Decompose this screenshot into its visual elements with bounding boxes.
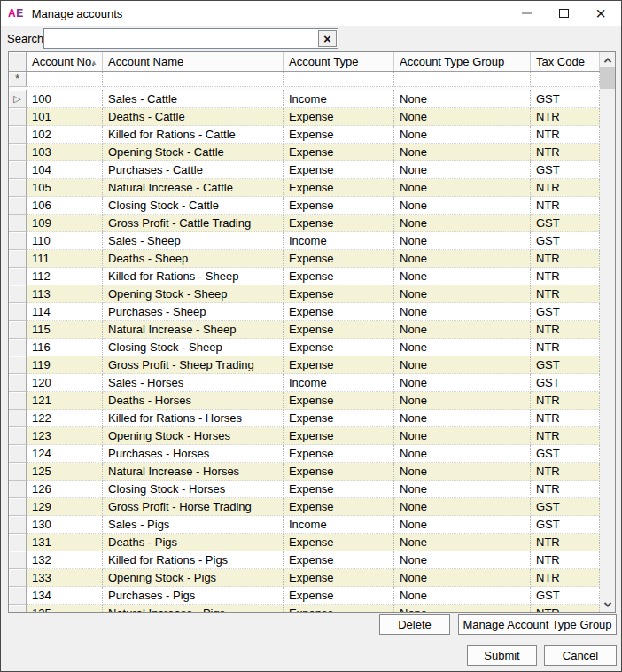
cell-no[interactable]: 111: [27, 250, 103, 268]
cell-group[interactable]: None: [394, 339, 531, 356]
cell-type[interactable]: Expense: [284, 463, 394, 481]
table-row[interactable]: 110Sales - SheepIncomeNoneGST: [9, 232, 600, 250]
cell-tax[interactable]: GST: [531, 356, 600, 374]
cell-tax[interactable]: GST: [531, 516, 600, 534]
cell-name[interactable]: Purchases - Pigs: [103, 587, 284, 605]
cell-name[interactable]: Closing Stock - Horses: [103, 481, 284, 498]
row-selector[interactable]: [9, 215, 27, 232]
cell-group[interactable]: None: [394, 534, 531, 551]
new-row[interactable]: *: [9, 72, 600, 87]
row-selector[interactable]: [9, 410, 27, 427]
cell-group[interactable]: None: [394, 569, 531, 587]
cell-type[interactable]: Expense: [284, 427, 394, 445]
cell-tax[interactable]: GST: [531, 232, 600, 250]
cell-no[interactable]: 112: [27, 268, 103, 285]
table-row[interactable]: 112Killed for Rations - SheepExpenseNone…: [9, 268, 600, 285]
table-row[interactable]: 101Deaths - CattleExpenseNoneNTR: [9, 108, 600, 126]
cell-no[interactable]: 134: [27, 587, 103, 605]
cell-no[interactable]: 125: [27, 463, 103, 481]
table-row[interactable]: 120Sales - HorsesIncomeNoneGST: [9, 374, 600, 392]
table-row[interactable]: 130Sales - PigsIncomeNoneGST: [9, 516, 600, 534]
row-selector[interactable]: [9, 605, 27, 612]
cell-tax[interactable]: NTR: [531, 392, 600, 410]
cell-group[interactable]: None: [394, 445, 531, 463]
row-selector[interactable]: [9, 392, 27, 410]
row-selector[interactable]: [9, 587, 27, 605]
row-selector[interactable]: [9, 339, 27, 356]
cell-group[interactable]: None: [394, 551, 531, 569]
submit-button[interactable]: Submit: [467, 645, 537, 666]
cell-tax[interactable]: NTR: [531, 410, 600, 427]
row-selector[interactable]: [9, 144, 27, 161]
cell-type[interactable]: Expense: [284, 392, 394, 410]
cell-type[interactable]: Expense: [284, 569, 394, 587]
cell-group[interactable]: None: [394, 516, 531, 534]
cell-type[interactable]: Expense: [284, 179, 394, 197]
cell-group[interactable]: None: [394, 356, 531, 374]
cell-type[interactable]: Expense: [284, 445, 394, 463]
cell-no[interactable]: 102: [27, 126, 103, 144]
cell-tax[interactable]: GST: [531, 374, 600, 392]
cell-name[interactable]: Closing Stock - Cattle: [103, 197, 284, 215]
cell-tax[interactable]: NTR: [531, 285, 600, 303]
cell-no[interactable]: 100: [27, 90, 103, 108]
row-selector[interactable]: [9, 356, 27, 374]
maximize-button[interactable]: [545, 1, 582, 26]
cell-type[interactable]: Income: [284, 516, 394, 534]
table-row[interactable]: 113Opening Stock - SheepExpenseNoneNTR: [9, 285, 600, 303]
cell-tax[interactable]: GST: [531, 498, 600, 516]
cancel-button[interactable]: Cancel: [544, 645, 617, 666]
row-selector[interactable]: [9, 321, 27, 339]
row-selector[interactable]: [9, 250, 27, 268]
cell-name[interactable]: Killed for Rations - Cattle: [103, 126, 284, 144]
cell-type[interactable]: Expense: [284, 250, 394, 268]
table-row[interactable]: 134Purchases - PigsExpenseNoneGST: [9, 587, 600, 605]
cell-no[interactable]: 130: [27, 516, 103, 534]
cell-no[interactable]: 124: [27, 445, 103, 463]
cell-name[interactable]: Purchases - Sheep: [103, 303, 284, 321]
row-selector[interactable]: [9, 303, 27, 321]
table-row[interactable]: 102Killed for Rations - CattleExpenseNon…: [9, 126, 600, 144]
row-selector[interactable]: [9, 427, 27, 445]
cell-tax[interactable]: GST: [531, 587, 600, 605]
table-row[interactable]: 106Closing Stock - CattleExpenseNoneNTR: [9, 197, 600, 215]
cell-type[interactable]: Expense: [284, 144, 394, 161]
cell-type[interactable]: Expense: [284, 215, 394, 232]
cell-type[interactable]: Expense: [284, 197, 394, 215]
table-row[interactable]: 114Purchases - SheepExpenseNoneGST: [9, 303, 600, 321]
cell-group[interactable]: None: [394, 126, 531, 144]
table-row[interactable]: ▷100Sales - CattleIncomeNoneGST: [9, 90, 600, 108]
cell-name[interactable]: Opening Stock - Sheep: [103, 285, 284, 303]
cell-type[interactable]: Expense: [284, 551, 394, 569]
cell-no[interactable]: 103: [27, 144, 103, 161]
cell-no[interactable]: 113: [27, 285, 103, 303]
column-header-account-type-group[interactable]: Account Type Group: [394, 52, 531, 71]
cell-no[interactable]: 119: [27, 356, 103, 374]
cell-name[interactable]: Killed for Rations - Sheep: [103, 268, 284, 285]
cell-type[interactable]: Expense: [284, 339, 394, 356]
search-input[interactable]: [44, 29, 318, 48]
cell-group[interactable]: None: [394, 481, 531, 498]
cell-group[interactable]: None: [394, 268, 531, 285]
cell-group[interactable]: None: [394, 410, 531, 427]
row-selector[interactable]: [9, 498, 27, 516]
table-row[interactable]: 125Natural Increase - HorsesExpenseNoneN…: [9, 463, 600, 481]
table-row[interactable]: 133Opening Stock - PigsExpenseNoneNTR: [9, 569, 600, 587]
cell-type[interactable]: Expense: [284, 268, 394, 285]
cell-group[interactable]: None: [394, 90, 531, 108]
cell-name[interactable]: Sales - Horses: [103, 374, 284, 392]
cell-tax[interactable]: NTR: [531, 534, 600, 551]
row-selector[interactable]: [9, 232, 27, 250]
cell-tax[interactable]: NTR: [531, 197, 600, 215]
cell-no[interactable]: 114: [27, 303, 103, 321]
cell-type[interactable]: Expense: [284, 410, 394, 427]
scroll-up-button[interactable]: [600, 52, 615, 67]
cell-group[interactable]: None: [394, 463, 531, 481]
column-header-tax-code[interactable]: Tax Code: [531, 52, 600, 71]
cell-no[interactable]: 133: [27, 569, 103, 587]
cell-tax[interactable]: GST: [531, 303, 600, 321]
table-row[interactable]: 123Opening Stock - HorsesExpenseNoneNTR: [9, 427, 600, 445]
cell-tax[interactable]: NTR: [531, 339, 600, 356]
cell-group[interactable]: None: [394, 498, 531, 516]
cell-no[interactable]: 123: [27, 427, 103, 445]
